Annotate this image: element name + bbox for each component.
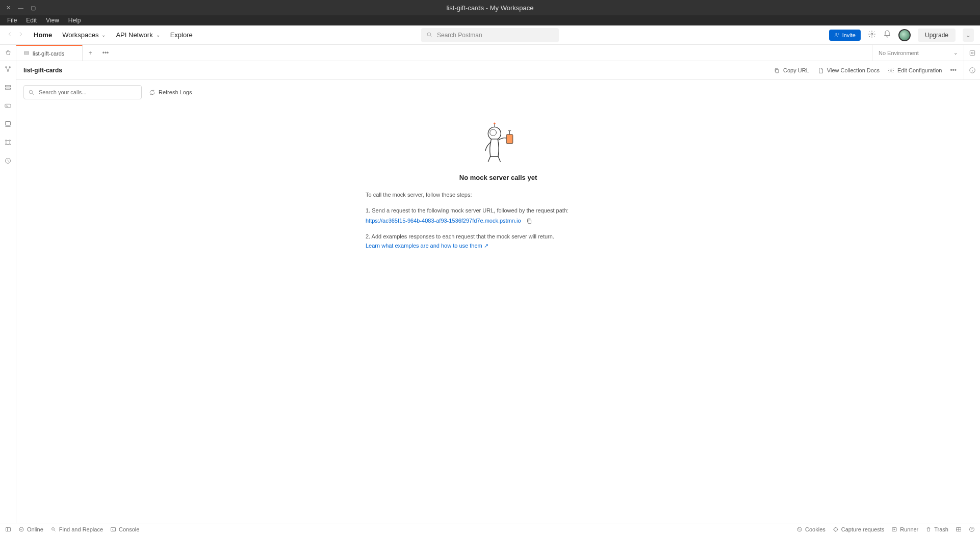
page-title: list-gift-cards — [23, 67, 62, 74]
chevron-down-icon: ⌄ — [156, 32, 160, 38]
status-help-icon[interactable] — [969, 526, 975, 532]
empty-heading: No mock server calls yet — [459, 174, 537, 181]
rail-history-icon[interactable] — [4, 157, 12, 166]
upgrade-dropdown[interactable]: ⌄ — [963, 29, 974, 42]
rail-apis-icon[interactable] — [4, 84, 12, 93]
astronaut-illustration-icon — [475, 120, 521, 166]
tab-add-button[interactable]: + — [83, 45, 98, 61]
more-actions-button[interactable]: ••• — [950, 67, 957, 74]
menu-view[interactable]: View — [42, 16, 63, 25]
status-find-replace[interactable]: Find and Replace — [50, 526, 103, 532]
svg-point-30 — [51, 527, 54, 530]
copy-icon — [773, 67, 780, 74]
menubar: File Edit View Help — [0, 15, 980, 25]
menu-file[interactable]: File — [3, 16, 21, 25]
edit-configuration-button[interactable]: Edit Configuration — [888, 67, 942, 74]
status-cookies[interactable]: Cookies — [796, 526, 826, 532]
tab-strip: list-gift-cards + ••• No Environment ⌄ — [0, 45, 980, 61]
view-collection-docs-button[interactable]: View Collection Docs — [817, 67, 880, 74]
svg-point-6 — [971, 52, 973, 54]
svg-point-0 — [427, 33, 431, 36]
nav-api-network[interactable]: API Network⌄ — [116, 31, 160, 39]
svg-point-20 — [890, 69, 892, 71]
tab-more-button[interactable]: ••• — [98, 45, 113, 61]
environment-selector[interactable]: No Environment ⌄ — [872, 45, 964, 61]
rail-environments-icon[interactable] — [4, 102, 12, 111]
tab-list-gift-cards[interactable]: list-gift-cards — [16, 45, 83, 61]
svg-point-33 — [798, 528, 799, 529]
document-icon — [817, 67, 824, 74]
status-trash[interactable]: Trash — [925, 526, 948, 532]
svg-rect-4 — [24, 53, 29, 55]
svg-rect-3 — [24, 51, 29, 53]
tab-label: list-gift-cards — [33, 50, 64, 57]
copy-url-button[interactable]: Copy URL — [773, 67, 809, 74]
window-title: list-gift-cards - My Workspace — [447, 4, 534, 12]
svg-point-9 — [7, 70, 9, 72]
search-placeholder: Search Postman — [437, 32, 482, 39]
menu-edit[interactable]: Edit — [22, 16, 41, 25]
tools-row: Refresh Logs — [16, 80, 980, 104]
call-search-input[interactable] — [23, 85, 142, 99]
menu-help[interactable]: Help — [64, 16, 85, 25]
svg-point-16 — [6, 144, 7, 145]
settings-icon[interactable] — [868, 30, 876, 40]
window-minimize-icon[interactable]: — — [18, 5, 23, 11]
learn-examples-link[interactable]: Learn what examples are and how to use t… — [366, 243, 488, 249]
chevron-down-icon: ⌄ — [101, 32, 106, 38]
top-nav: Home Workspaces⌄ API Network⌄ Explore Se… — [0, 25, 980, 45]
svg-rect-27 — [528, 220, 531, 224]
svg-point-17 — [9, 144, 11, 145]
user-plus-icon — [834, 32, 840, 38]
svg-rect-19 — [776, 69, 778, 73]
svg-point-25 — [494, 122, 496, 124]
nav-home[interactable]: Home — [34, 31, 52, 39]
svg-point-15 — [9, 140, 11, 142]
svg-point-22 — [29, 90, 33, 94]
nav-workspaces[interactable]: Workspaces⌄ — [62, 31, 106, 39]
rail-flows-icon[interactable] — [4, 139, 12, 148]
rail-monitors-icon[interactable] — [4, 120, 12, 129]
global-search[interactable]: Search Postman — [421, 28, 559, 42]
nav-back-icon[interactable] — [6, 31, 13, 39]
window-maximize-icon[interactable]: ▢ — [31, 5, 36, 11]
nav-explore[interactable]: Explore — [170, 31, 193, 39]
rail-collections-icon[interactable] — [4, 65, 12, 74]
svg-point-14 — [6, 140, 7, 142]
user-avatar[interactable] — [898, 29, 911, 41]
window-close-icon[interactable]: ✕ — [6, 5, 11, 11]
gear-icon — [888, 67, 894, 74]
search-icon — [426, 32, 433, 38]
svg-point-24 — [490, 129, 497, 136]
nav-forward-icon[interactable] — [17, 31, 24, 39]
invite-button[interactable]: Invite — [829, 30, 861, 41]
status-layout-icon[interactable] — [956, 526, 962, 532]
titlebar: ✕ — ▢ list-gift-cards - My Workspace — [0, 0, 980, 15]
mock-server-icon — [23, 50, 30, 57]
left-rail — [0, 61, 16, 523]
status-online[interactable]: Online — [18, 526, 43, 532]
status-runner[interactable]: Runner — [891, 526, 918, 532]
search-icon — [28, 89, 35, 96]
status-console[interactable]: Console — [110, 526, 139, 532]
empty-state: No mock server calls yet To call the moc… — [16, 104, 980, 523]
sidebar-toggle-icon[interactable] — [0, 45, 16, 61]
svg-rect-12 — [5, 104, 11, 107]
svg-rect-31 — [111, 527, 116, 531]
svg-point-35 — [834, 527, 837, 531]
status-capture-requests[interactable]: Capture requests — [833, 526, 884, 532]
svg-point-32 — [797, 527, 802, 531]
notifications-icon[interactable] — [883, 30, 891, 40]
status-bar: Online Find and Replace Console Cookies … — [0, 523, 980, 535]
context-bar-info-icon[interactable] — [964, 61, 980, 79]
upgrade-button[interactable]: Upgrade — [918, 29, 956, 42]
chevron-down-icon: ⌄ — [953, 50, 958, 56]
refresh-logs-button[interactable]: Refresh Logs — [149, 89, 192, 96]
copy-url-inline-button[interactable] — [526, 218, 533, 225]
status-panel-toggle[interactable] — [5, 526, 11, 532]
environment-quick-look-icon[interactable] — [964, 45, 980, 61]
svg-rect-5 — [970, 50, 974, 55]
mock-server-url-link[interactable]: https://ac365f15-964b-4083-af93-1536f297… — [366, 218, 521, 224]
empty-step1: 1. Send a request to the following mock … — [366, 206, 631, 215]
empty-step2: 2. Add examples responses to each reques… — [366, 232, 631, 241]
